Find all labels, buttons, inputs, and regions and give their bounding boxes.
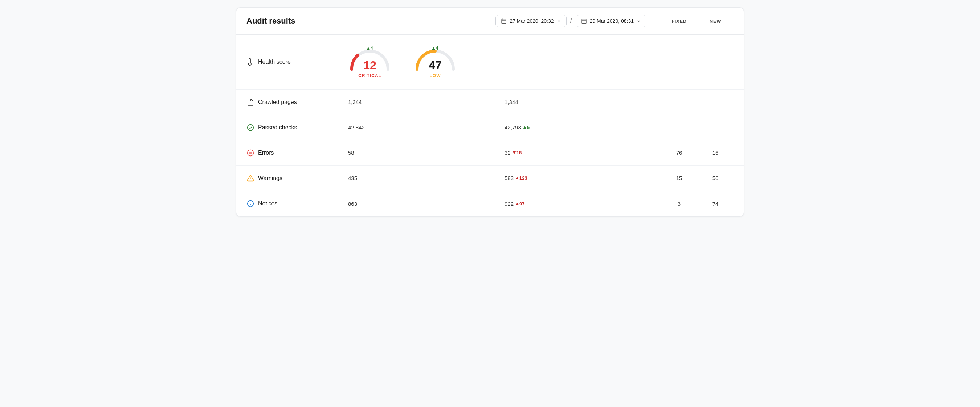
chevron-down-icon-2 (636, 19, 641, 23)
page-title: Audit results (247, 16, 495, 26)
date-controls: 27 Mar 2020, 20:32 / 29 Mar 2020, 08:31 (495, 15, 646, 27)
column-headers: FIXED NEW (661, 19, 733, 24)
warnings-new: 56 (697, 175, 733, 181)
notices-fixed: 3 (661, 201, 697, 207)
check-circle-icon (247, 124, 255, 131)
fixed-column-header: FIXED (661, 19, 697, 24)
errors-fixed: 76 (661, 150, 697, 156)
calendar-icon-1 (501, 18, 507, 24)
gauge-1-delta: 4 (367, 46, 373, 51)
errors-col2: 32 18 (504, 150, 661, 156)
notices-label: Notices (247, 200, 348, 207)
warnings-row: Warnings 435 583 123 15 56 (236, 166, 744, 191)
date-picker-2[interactable]: 29 Mar 2020, 08:31 (576, 15, 646, 27)
gauges-area: 4 12 CRITICAL 4 (348, 46, 457, 78)
errors-col1: 58 (348, 150, 504, 156)
warnings-label: Warnings (247, 174, 348, 182)
warnings-delta: 123 (516, 176, 527, 181)
crawled-pages-row: Crawled pages 1,344 1,344 (236, 90, 744, 115)
warnings-fixed: 15 (661, 175, 697, 181)
date-picker-1[interactable]: 27 Mar 2020, 20:32 (495, 15, 566, 27)
new-column-header: NEW (697, 19, 733, 24)
errors-new: 16 (697, 150, 733, 156)
health-score-label: Health score (247, 58, 348, 66)
notices-new: 74 (697, 201, 733, 207)
warnings-col2: 583 123 (504, 175, 661, 181)
errors-delta: 18 (513, 150, 522, 155)
passed-checks-delta: 5 (523, 125, 530, 130)
svg-rect-0 (502, 19, 506, 24)
crawled-pages-col2: 1,344 (504, 99, 661, 105)
file-icon (247, 98, 255, 106)
gauge-1: 4 12 CRITICAL (348, 46, 391, 78)
gauge-1-status: CRITICAL (358, 73, 382, 78)
passed-checks-col2: 42,793 5 (504, 124, 661, 130)
gauge-2-delta: 4 (432, 46, 439, 51)
calendar-icon-2 (581, 18, 587, 24)
crawled-pages-label: Crawled pages (247, 98, 348, 106)
errors-row: Errors 58 32 18 76 16 (236, 140, 744, 166)
thermometer-icon (247, 58, 255, 66)
notices-col1: 863 (348, 201, 504, 207)
passed-checks-col1: 42,842 (348, 124, 504, 130)
notices-col2: 922 97 (504, 201, 661, 207)
gauge-2-container: 4 47 (414, 46, 457, 71)
date-1-value: 27 Mar 2020, 20:32 (510, 18, 554, 24)
gauge-2-value: 47 (429, 59, 442, 71)
header: Audit results 27 Mar 2020, 20:32 / (236, 8, 744, 35)
health-score-row: Health score 4 12 (236, 35, 744, 90)
chevron-down-icon-1 (557, 19, 561, 23)
info-circle-icon (247, 200, 255, 207)
notices-row: Notices 863 922 97 3 74 (236, 191, 744, 216)
gauge-2-status: LOW (430, 73, 441, 78)
gauge-1-value: 12 (363, 59, 376, 71)
warnings-col1: 435 (348, 175, 504, 181)
gauge-2: 4 47 LOW (414, 46, 457, 78)
error-circle-icon (247, 149, 255, 157)
errors-label: Errors (247, 149, 348, 157)
gauge-1-container: 4 12 (348, 46, 391, 71)
svg-rect-4 (582, 19, 586, 24)
passed-checks-row: Passed checks 42,842 42,793 5 (236, 115, 744, 140)
date-separator: / (570, 17, 572, 25)
audit-results-card: Audit results 27 Mar 2020, 20:32 / (236, 7, 744, 217)
passed-checks-label: Passed checks (247, 124, 348, 131)
notices-delta: 97 (516, 201, 525, 207)
warning-triangle-icon (247, 174, 255, 182)
svg-point-8 (248, 124, 254, 130)
crawled-pages-col1: 1,344 (348, 99, 504, 105)
date-2-value: 29 Mar 2020, 08:31 (590, 18, 634, 24)
